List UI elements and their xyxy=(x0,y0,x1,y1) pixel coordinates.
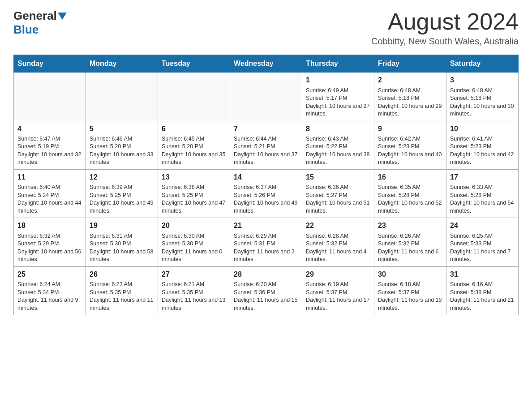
day-number: 11 xyxy=(17,172,82,182)
day-info: Sunrise: 6:37 AMSunset: 5:26 PMDaylight:… xyxy=(234,184,298,215)
calendar-week-row: 25Sunrise: 6:24 AMSunset: 5:34 PMDayligh… xyxy=(14,266,519,315)
calendar-table: SundayMondayTuesdayWednesdayThursdayFrid… xyxy=(13,55,519,315)
day-info: Sunrise: 6:43 AMSunset: 5:22 PMDaylight:… xyxy=(306,135,370,167)
day-info: Sunrise: 6:25 AMSunset: 5:33 PMDaylight:… xyxy=(450,232,515,264)
weekday-header-thursday: Thursday xyxy=(302,55,374,73)
calendar-cell: 7Sunrise: 6:44 AMSunset: 5:21 PMDaylight… xyxy=(230,121,302,169)
day-number: 31 xyxy=(450,270,515,279)
day-info: Sunrise: 6:19 AMSunset: 5:37 PMDaylight:… xyxy=(306,281,370,312)
calendar-cell: 25Sunrise: 6:24 AMSunset: 5:34 PMDayligh… xyxy=(14,266,86,315)
logo: General Blue xyxy=(13,9,68,37)
month-title: August 2024 xyxy=(371,9,519,34)
day-info: Sunrise: 6:29 AMSunset: 5:31 PMDaylight:… xyxy=(234,232,298,264)
day-info: Sunrise: 6:39 AMSunset: 5:25 PMDaylight:… xyxy=(90,184,154,215)
day-number: 19 xyxy=(90,221,154,231)
day-info: Sunrise: 6:36 AMSunset: 5:27 PMDaylight:… xyxy=(306,184,370,215)
calendar-cell: 21Sunrise: 6:29 AMSunset: 5:31 PMDayligh… xyxy=(230,218,302,266)
day-number: 4 xyxy=(17,124,82,134)
calendar-cell: 6Sunrise: 6:45 AMSunset: 5:20 PMDaylight… xyxy=(158,121,230,169)
weekday-header-tuesday: Tuesday xyxy=(158,55,230,73)
calendar-cell: 29Sunrise: 6:19 AMSunset: 5:37 PMDayligh… xyxy=(302,266,374,315)
day-number: 1 xyxy=(306,75,370,85)
day-info: Sunrise: 6:35 AMSunset: 5:28 PMDaylight:… xyxy=(378,184,442,215)
day-number: 17 xyxy=(450,172,515,182)
day-info: Sunrise: 6:41 AMSunset: 5:23 PMDaylight:… xyxy=(450,135,515,167)
day-number: 22 xyxy=(306,221,370,231)
day-info: Sunrise: 6:20 AMSunset: 5:36 PMDaylight:… xyxy=(234,281,298,312)
day-info: Sunrise: 6:28 AMSunset: 5:32 PMDaylight:… xyxy=(306,232,370,264)
page-header: General Blue August 2024 Cobbitty, New S… xyxy=(13,9,519,47)
day-number: 24 xyxy=(450,221,515,231)
location-subtitle: Cobbitty, New South Wales, Australia xyxy=(371,36,519,47)
day-number: 14 xyxy=(234,172,298,182)
calendar-cell xyxy=(86,73,158,121)
calendar-cell: 14Sunrise: 6:37 AMSunset: 5:26 PMDayligh… xyxy=(230,169,302,218)
day-number: 7 xyxy=(234,124,298,134)
calendar-cell: 26Sunrise: 6:23 AMSunset: 5:35 PMDayligh… xyxy=(86,266,158,315)
day-info: Sunrise: 6:31 AMSunset: 5:30 PMDaylight:… xyxy=(90,232,154,264)
day-info: Sunrise: 6:48 AMSunset: 5:18 PMDaylight:… xyxy=(450,87,515,118)
weekday-header-wednesday: Wednesday xyxy=(230,55,302,73)
day-number: 5 xyxy=(90,124,154,134)
day-info: Sunrise: 6:26 AMSunset: 5:32 PMDaylight:… xyxy=(378,232,442,264)
day-number: 30 xyxy=(378,270,442,279)
calendar-cell: 23Sunrise: 6:26 AMSunset: 5:32 PMDayligh… xyxy=(374,218,446,266)
calendar-cell: 18Sunrise: 6:32 AMSunset: 5:29 PMDayligh… xyxy=(14,218,86,266)
calendar-cell: 2Sunrise: 6:48 AMSunset: 5:18 PMDaylight… xyxy=(374,73,446,121)
calendar-week-row: 1Sunrise: 6:49 AMSunset: 5:17 PMDaylight… xyxy=(14,73,519,121)
calendar-cell: 9Sunrise: 6:42 AMSunset: 5:23 PMDaylight… xyxy=(374,121,446,169)
day-info: Sunrise: 6:21 AMSunset: 5:35 PMDaylight:… xyxy=(162,281,226,312)
calendar-week-row: 18Sunrise: 6:32 AMSunset: 5:29 PMDayligh… xyxy=(14,218,519,266)
day-number: 9 xyxy=(378,124,442,134)
day-info: Sunrise: 6:18 AMSunset: 5:37 PMDaylight:… xyxy=(378,281,442,312)
weekday-header-row: SundayMondayTuesdayWednesdayThursdayFrid… xyxy=(14,55,519,73)
day-number: 6 xyxy=(162,124,226,134)
day-number: 13 xyxy=(162,172,226,182)
calendar-cell: 15Sunrise: 6:36 AMSunset: 5:27 PMDayligh… xyxy=(302,169,374,218)
calendar-cell: 16Sunrise: 6:35 AMSunset: 5:28 PMDayligh… xyxy=(374,169,446,218)
calendar-cell: 31Sunrise: 6:16 AMSunset: 5:38 PMDayligh… xyxy=(446,266,519,315)
calendar-week-row: 4Sunrise: 6:47 AMSunset: 5:19 PMDaylight… xyxy=(14,121,519,169)
logo-triangle-icon xyxy=(58,13,67,20)
day-number: 3 xyxy=(450,75,515,85)
calendar-cell xyxy=(230,73,302,121)
calendar-cell: 20Sunrise: 6:30 AMSunset: 5:30 PMDayligh… xyxy=(158,218,230,266)
calendar-cell: 8Sunrise: 6:43 AMSunset: 5:22 PMDaylight… xyxy=(302,121,374,169)
day-info: Sunrise: 6:24 AMSunset: 5:34 PMDaylight:… xyxy=(17,281,82,312)
day-info: Sunrise: 6:49 AMSunset: 5:17 PMDaylight:… xyxy=(306,87,370,118)
calendar-cell: 11Sunrise: 6:40 AMSunset: 5:24 PMDayligh… xyxy=(14,169,86,218)
calendar-cell: 30Sunrise: 6:18 AMSunset: 5:37 PMDayligh… xyxy=(374,266,446,315)
calendar-cell: 12Sunrise: 6:39 AMSunset: 5:25 PMDayligh… xyxy=(86,169,158,218)
day-number: 18 xyxy=(17,221,82,231)
calendar-cell: 17Sunrise: 6:33 AMSunset: 5:28 PMDayligh… xyxy=(446,169,519,218)
day-info: Sunrise: 6:48 AMSunset: 5:18 PMDaylight:… xyxy=(378,87,442,118)
calendar-cell xyxy=(158,73,230,121)
day-number: 15 xyxy=(306,172,370,182)
calendar-cell: 19Sunrise: 6:31 AMSunset: 5:30 PMDayligh… xyxy=(86,218,158,266)
day-number: 10 xyxy=(450,124,515,134)
weekday-header-saturday: Saturday xyxy=(446,55,519,73)
day-number: 27 xyxy=(162,270,226,279)
day-number: 25 xyxy=(17,270,82,279)
day-number: 21 xyxy=(234,221,298,231)
calendar-week-row: 11Sunrise: 6:40 AMSunset: 5:24 PMDayligh… xyxy=(14,169,519,218)
day-number: 20 xyxy=(162,221,226,231)
day-number: 23 xyxy=(378,221,442,231)
day-info: Sunrise: 6:38 AMSunset: 5:25 PMDaylight:… xyxy=(162,184,226,215)
day-info: Sunrise: 6:44 AMSunset: 5:21 PMDaylight:… xyxy=(234,135,298,167)
day-info: Sunrise: 6:23 AMSunset: 5:35 PMDaylight:… xyxy=(90,281,154,312)
day-number: 29 xyxy=(306,270,370,279)
day-info: Sunrise: 6:47 AMSunset: 5:19 PMDaylight:… xyxy=(17,135,82,167)
calendar-cell: 1Sunrise: 6:49 AMSunset: 5:17 PMDaylight… xyxy=(302,73,374,121)
calendar-cell: 3Sunrise: 6:48 AMSunset: 5:18 PMDaylight… xyxy=(446,73,519,121)
logo-general-text: General xyxy=(13,9,57,23)
day-number: 28 xyxy=(234,270,298,279)
day-number: 8 xyxy=(306,124,370,134)
calendar-cell: 4Sunrise: 6:47 AMSunset: 5:19 PMDaylight… xyxy=(14,121,86,169)
weekday-header-friday: Friday xyxy=(374,55,446,73)
title-area: August 2024 Cobbitty, New South Wales, A… xyxy=(371,9,519,47)
day-info: Sunrise: 6:30 AMSunset: 5:30 PMDaylight:… xyxy=(162,232,226,264)
calendar-cell: 5Sunrise: 6:46 AMSunset: 5:20 PMDaylight… xyxy=(86,121,158,169)
day-info: Sunrise: 6:40 AMSunset: 5:24 PMDaylight:… xyxy=(17,184,82,215)
day-info: Sunrise: 6:42 AMSunset: 5:23 PMDaylight:… xyxy=(378,135,442,167)
